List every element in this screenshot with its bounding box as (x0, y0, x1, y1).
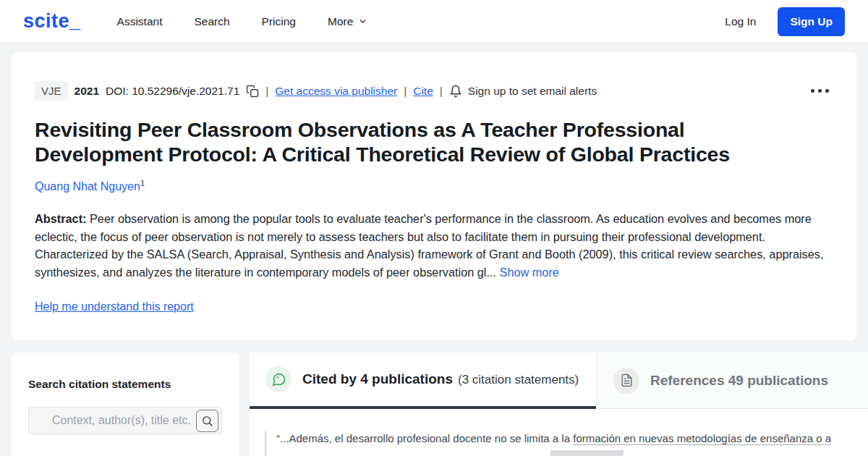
nav-item-label: Search (194, 15, 229, 28)
publications-tabs: ” Cited by 4 publications(3 citation sta… (250, 352, 868, 456)
paper-card: VJE 2021 DOI: 10.52296/vje.2021.71 | Get… (12, 52, 856, 340)
separator: | (404, 85, 407, 98)
nav-item-assistant[interactable]: Assistant (117, 15, 163, 28)
nav-item-label: Assistant (117, 15, 163, 28)
email-alerts-label: Sign up to set email alerts (468, 85, 597, 98)
tab-references-label: References 49 publications (650, 373, 828, 389)
doi-text: DOI: 10.52296/vje.2021.71 (106, 85, 239, 98)
signup-button[interactable]: Sign Up (778, 7, 845, 36)
bottom-section: Search citation statements ” Cited b (12, 352, 868, 456)
tab-cited-by-label: Cited by 4 publications (302, 371, 453, 387)
nav-item-more[interactable]: More (328, 15, 367, 28)
paper-meta-row: VJE 2021 DOI: 10.52296/vje.2021.71 | Get… (35, 81, 833, 101)
author-affiliation-sup: 1 (140, 179, 145, 187)
citation-search-button[interactable] (196, 410, 218, 432)
nav-item-search[interactable]: Search (194, 15, 229, 28)
nav-item-label: Pricing (262, 15, 296, 28)
tab-references[interactable]: References 49 publications (597, 352, 868, 409)
help-report-link[interactable]: Help me understand this report (35, 300, 194, 313)
citation-search-panel: Search citation statements (12, 352, 239, 456)
top-navbar: scite_ Assistant Search Pricing More Log… (0, 0, 868, 43)
separator: | (265, 85, 268, 98)
citation-statement-prefix: “...Además, el desarrollo profesional do… (276, 432, 573, 444)
document-icon (613, 368, 639, 394)
search-icon (201, 415, 213, 427)
author-link[interactable]: Quang Nhat Nguyen (35, 180, 140, 193)
tab-cited-by-note: (3 citation statements) (458, 373, 579, 387)
tab-cited-by-text: Cited by 4 publications(3 citation state… (302, 371, 579, 387)
author-row: Quang Nhat Nguyen1 (35, 179, 833, 193)
paper-title: Revisiting Peer Classroom Observations a… (35, 117, 783, 166)
journal-badge: VJE (35, 81, 68, 101)
main-nav: Assistant Search Pricing More (117, 15, 368, 28)
nav-item-label: More (328, 15, 353, 28)
citation-bubble-icon: ” (265, 366, 292, 392)
navbar-actions: Log In Sign Up (725, 7, 845, 36)
abstract-text: Peer observation is among the popular to… (35, 212, 823, 279)
svg-text:”: ” (276, 375, 279, 383)
next-line-highlight-stub (550, 450, 624, 456)
citation-search-input[interactable] (36, 414, 196, 427)
nav-item-pricing[interactable]: Pricing (262, 15, 296, 28)
cite-link[interactable]: Cite (413, 85, 433, 98)
publication-year: 2021 (75, 85, 99, 98)
citation-statement-highlight: formación en nuevas metodologías de ense… (573, 432, 831, 444)
citation-statement: “...Además, el desarrollo profesional do… (265, 431, 851, 456)
get-access-link[interactable]: Get access via publisher (275, 85, 397, 98)
more-options-icon[interactable] (807, 85, 833, 97)
copy-icon[interactable] (246, 85, 259, 98)
citation-search-heading: Search citation statements (28, 378, 222, 391)
tab-row: ” Cited by 4 publications(3 citation sta… (250, 352, 868, 409)
chevron-down-icon (358, 17, 367, 26)
abstract-label: Abstract: (35, 212, 86, 225)
scite-logo[interactable]: scite_ (23, 10, 81, 33)
show-more-link[interactable]: Show more (500, 266, 559, 279)
abstract: Abstract: Peer observation is among the … (35, 210, 833, 281)
citation-search-box (28, 407, 222, 434)
separator: | (440, 85, 443, 98)
bell-icon (449, 85, 462, 98)
tab-cited-by[interactable]: ” Cited by 4 publications(3 citation sta… (250, 352, 596, 409)
cited-by-panel: “...Además, el desarrollo profesional do… (250, 409, 868, 456)
login-link[interactable]: Log In (725, 15, 756, 28)
email-alerts-button[interactable]: Sign up to set email alerts (449, 85, 597, 98)
